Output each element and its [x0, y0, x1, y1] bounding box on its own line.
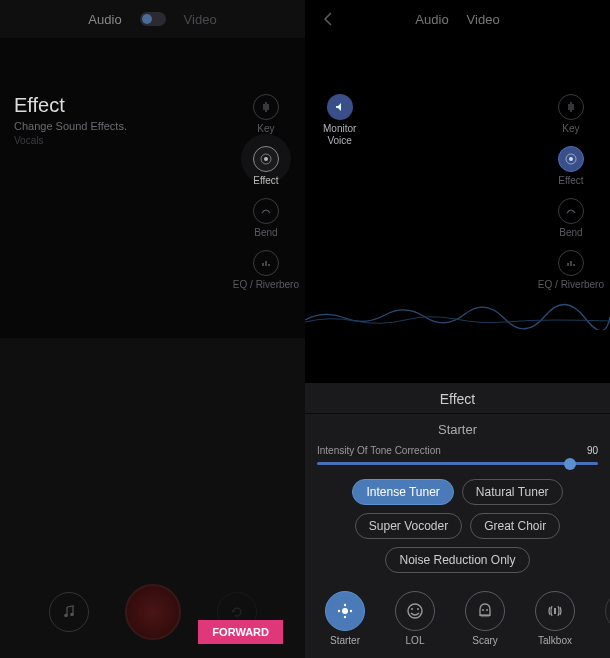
back-button[interactable] [319, 10, 337, 28]
header: Audio Video [0, 0, 305, 38]
eq-button[interactable]: EQ / Riverbero [233, 250, 299, 290]
svg-point-11 [408, 604, 422, 618]
bend-icon [253, 198, 279, 224]
pill-natural-tuner[interactable]: Natural Tuner [462, 479, 563, 505]
record-button[interactable] [125, 584, 181, 640]
effect-scary[interactable]: Scary [459, 591, 511, 646]
svg-point-0 [264, 157, 268, 161]
header: Audio Video [305, 0, 610, 38]
effect-overlay: Effect Change Sound Effects. Vocals [14, 94, 127, 146]
svg-point-10 [350, 610, 352, 612]
svg-point-2 [64, 614, 68, 618]
waveform-area: Effect Change Sound Effects. Vocals Key … [0, 38, 305, 338]
pill-super-vocoder[interactable]: Super Vocoder [355, 513, 462, 539]
slider-thumb[interactable] [564, 458, 576, 470]
bend-button[interactable]: Bend [558, 198, 584, 238]
key-label: Key [257, 123, 274, 134]
starter-label: Starter [330, 635, 360, 646]
forward-button[interactable]: FORWARD [198, 620, 283, 644]
eq-label: EQ / Riverbero [233, 279, 299, 290]
tab-video[interactable]: Video [184, 12, 217, 27]
effect-lol[interactable]: LOL [389, 591, 441, 646]
svg-point-4 [569, 157, 573, 161]
effect-icon [558, 146, 584, 172]
left-screen: Audio Video Effect Change Sound Effects.… [0, 0, 305, 658]
monitor-label: Monitor Voice [323, 123, 356, 146]
scary-icon [465, 591, 505, 631]
intensity-label: Intensity Of Tone Correction [317, 445, 441, 456]
svg-point-3 [70, 613, 74, 617]
sheet-subtitle: Starter [305, 414, 610, 443]
key-button[interactable]: Key [253, 94, 279, 134]
header-tabs: Audio Video [88, 12, 216, 27]
intensity-value: 90 [587, 445, 598, 456]
key-label: Key [562, 123, 579, 134]
starter-icon [325, 591, 365, 631]
svg-point-13 [417, 608, 419, 610]
monitor-voice-button[interactable]: Monitor Voice [323, 94, 356, 146]
bend-icon [558, 198, 584, 224]
music-icon [61, 604, 77, 620]
effect-overlay-sub2: Vocals [14, 135, 127, 146]
effect-presets-row: Starter LOL Scary Talkbox [305, 583, 610, 658]
eq-icon [558, 250, 584, 276]
svg-point-7 [344, 604, 346, 606]
svg-point-9 [338, 610, 340, 612]
pill-noise-reduction[interactable]: Noise Reduction Only [385, 547, 529, 573]
effect-button[interactable]: Effect [558, 146, 584, 186]
intensity-slider[interactable] [305, 456, 610, 475]
effect-label: Effect [253, 175, 278, 186]
bend-label: Bend [254, 227, 277, 238]
svg-point-8 [344, 616, 346, 618]
side-buttons: Key Effect Bend EQ / Riverbero [233, 94, 299, 290]
scary-label: Scary [472, 635, 498, 646]
intensity-row: Intensity Of Tone Correction 90 [305, 443, 610, 456]
header-tabs: Audio Video [415, 12, 499, 27]
effect-icon [253, 146, 279, 172]
bend-label: Bend [559, 227, 582, 238]
speaker-icon [327, 94, 353, 120]
effect-starter[interactable]: Starter [319, 591, 371, 646]
talkbox-icon [535, 591, 575, 631]
key-icon [253, 94, 279, 120]
side-buttons: Key Effect Bend EQ / Riverbero [538, 94, 604, 290]
talkbox-label: Talkbox [538, 635, 572, 646]
effect-talkbox[interactable]: Talkbox [529, 591, 581, 646]
svg-point-15 [486, 609, 488, 611]
svg-point-12 [411, 608, 413, 610]
svg-point-14 [482, 609, 484, 611]
pill-intense-tuner[interactable]: Intense Tuner [352, 479, 453, 505]
retry-icon [229, 604, 245, 620]
effect-bottom-sheet: Effect Starter Intensity Of Tone Correct… [305, 383, 610, 658]
audio-video-toggle[interactable] [140, 12, 166, 26]
sheet-title: Effect [305, 383, 610, 414]
key-icon [558, 94, 584, 120]
svg-rect-16 [554, 608, 556, 614]
back-icon [319, 10, 337, 28]
effect-mod[interactable]: Mod [599, 591, 610, 646]
music-button[interactable] [49, 592, 89, 632]
effect-button[interactable]: Effect [253, 146, 279, 186]
mod-icon [605, 591, 610, 631]
key-button[interactable]: Key [558, 94, 584, 134]
lol-icon [395, 591, 435, 631]
effect-label: Effect [558, 175, 583, 186]
tab-audio[interactable]: Audio [415, 12, 448, 27]
effect-overlay-sub: Change Sound Effects. [14, 120, 127, 132]
waveform-visual [305, 280, 610, 330]
tab-audio[interactable]: Audio [88, 12, 121, 27]
effect-overlay-title: Effect [14, 94, 127, 117]
waveform-area: Monitor Voice Key Effect Bend [305, 38, 610, 338]
pill-great-choir[interactable]: Great Choir [470, 513, 560, 539]
lol-label: LOL [406, 635, 425, 646]
bend-button[interactable]: Bend [253, 198, 279, 238]
eq-icon [253, 250, 279, 276]
tuner-options: Intense Tuner Natural Tuner Super Vocode… [305, 475, 610, 583]
tab-video[interactable]: Video [467, 12, 500, 27]
right-screen: Audio Video Monitor Voice Key Effect [305, 0, 610, 658]
svg-point-6 [342, 608, 348, 614]
